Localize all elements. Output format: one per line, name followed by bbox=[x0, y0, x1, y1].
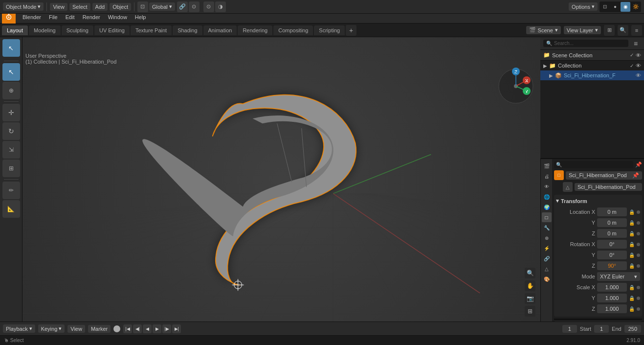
object-name-value: Sci_Fi_Hibernation_Pod bbox=[569, 172, 627, 178]
mesh-name-field[interactable]: Sci_Fi_Hibernation_Pod bbox=[575, 183, 642, 191]
tab-texture-paint[interactable]: Texture Paint bbox=[131, 25, 172, 35]
output-tab[interactable]: 🖨 bbox=[542, 171, 552, 181]
scene-collection-row[interactable]: 📁 Scene Collection ✓ 👁 bbox=[540, 50, 644, 61]
location-z-lock[interactable]: 🔒 bbox=[629, 231, 635, 236]
timeline-view-btn[interactable]: View bbox=[67, 325, 85, 333]
delta-transform-header[interactable]: ▶ Delta Transform bbox=[554, 321, 642, 322]
scale-x-lock[interactable]: 🔒 bbox=[629, 285, 635, 290]
collection-eye-1[interactable]: 👁 bbox=[636, 72, 641, 78]
rotation-mode-select[interactable]: XYZ Euler ▾ bbox=[597, 272, 640, 281]
menu-file[interactable]: File bbox=[45, 13, 62, 22]
rotation-x-value[interactable]: 0° bbox=[597, 240, 627, 249]
collection-item-1[interactable]: ▶ 📦 Sci_Fi_Hibernation_F 👁 bbox=[540, 70, 644, 80]
add-workspace-button[interactable]: + bbox=[346, 25, 356, 36]
record-button[interactable] bbox=[113, 325, 120, 332]
jump-end-btn[interactable]: ▶| bbox=[172, 324, 181, 333]
object-name-field[interactable]: Sci_Fi_Hibernation_Pod 📌 bbox=[566, 171, 642, 180]
scene-selector[interactable]: 🎬 Scene ▾ bbox=[526, 26, 561, 34]
menu-help[interactable]: Help bbox=[131, 13, 150, 22]
rotate-tool-btn[interactable]: ↻ bbox=[2, 122, 20, 140]
play-btn[interactable]: ▶ bbox=[153, 324, 161, 333]
select-tool-btn[interactable]: ↖ bbox=[2, 63, 20, 81]
menu-blender[interactable]: Blender bbox=[19, 13, 45, 22]
tab-animation[interactable]: Animation bbox=[203, 25, 237, 35]
viewport-screen-btn[interactable]: ⊞ bbox=[604, 25, 615, 36]
tab-uv-editing[interactable]: UV Editing bbox=[94, 25, 130, 35]
step-forward-btn[interactable]: |▶ bbox=[162, 324, 171, 333]
navigation-gizmo[interactable]: X Y Z bbox=[496, 67, 535, 106]
world-tab[interactable]: 🌍 bbox=[542, 202, 552, 212]
tab-shading[interactable]: Shading bbox=[173, 25, 202, 35]
active-tool-indicator: ↖ bbox=[2, 39, 20, 57]
menu-window[interactable]: Window bbox=[104, 13, 131, 22]
collection-eye-0[interactable]: 👁 bbox=[636, 63, 641, 69]
rotation-x-lock[interactable]: 🔒 bbox=[629, 242, 635, 247]
scale-tool-btn[interactable]: ⇲ bbox=[2, 141, 20, 159]
transform-tool-btn[interactable]: ⊞ bbox=[2, 160, 20, 177]
camera-btn[interactable]: 📷 bbox=[525, 293, 535, 304]
rotation-z-lock[interactable]: 🔒 bbox=[629, 263, 635, 269]
step-back-btn[interactable]: ◀| bbox=[133, 324, 142, 333]
rotation-y-lock[interactable]: 🔒 bbox=[629, 253, 635, 258]
annotate-tool-btn[interactable]: ✏ bbox=[2, 182, 20, 199]
outliner-search[interactable]: 🔍 Search... bbox=[543, 40, 628, 47]
scale-z-lock[interactable]: 🔒 bbox=[629, 306, 635, 312]
physics-tab[interactable]: ⚡ bbox=[542, 243, 552, 253]
marker-btn[interactable]: Marker bbox=[88, 325, 111, 333]
measure-tool-btn[interactable]: 📐 bbox=[2, 200, 20, 218]
location-y-value[interactable]: 0 m bbox=[597, 218, 627, 227]
scale-y-lock[interactable]: 🔒 bbox=[629, 296, 635, 301]
viewport-area[interactable]: User Perspective (1) Collection | Sci_Fi… bbox=[22, 37, 540, 322]
move-tool-btn[interactable]: ✛ bbox=[2, 104, 20, 121]
tab-layout[interactable]: Layout bbox=[2, 25, 28, 35]
scale-y-value[interactable]: 1.000 bbox=[597, 294, 627, 302]
particles-tab[interactable]: ⊕ bbox=[542, 233, 552, 243]
eye-icon[interactable]: 👁 bbox=[636, 52, 641, 58]
viewport-filter-btn[interactable]: ≡ bbox=[631, 25, 642, 36]
scene-tab[interactable]: 🌐 bbox=[542, 192, 552, 202]
zoom-in-btn[interactable]: 🔍 bbox=[525, 268, 535, 278]
collection-item-0[interactable]: ▶ 📁 Collection ✓ 👁 bbox=[540, 61, 644, 70]
render-tab[interactable]: 🎬 bbox=[542, 161, 552, 171]
outliner-filter-btn[interactable]: ≡ bbox=[630, 38, 641, 49]
view-layer-tab[interactable]: 👁 bbox=[542, 182, 552, 191]
view-layer-selector[interactable]: View Layer ▾ bbox=[564, 26, 601, 34]
tab-rendering[interactable]: Rendering bbox=[238, 25, 272, 35]
keying-btn[interactable]: Keying ▾ bbox=[38, 324, 65, 333]
jump-start-btn[interactable]: |◀ bbox=[123, 324, 132, 333]
rotation-z-value[interactable]: 90° bbox=[597, 261, 627, 270]
modifier-tab[interactable]: 🔧 bbox=[542, 223, 552, 232]
scale-x-value[interactable]: 1.000 bbox=[597, 283, 627, 292]
playback-btn[interactable]: Playback ▾ bbox=[3, 324, 35, 333]
object-tab[interactable]: □ bbox=[542, 212, 552, 222]
3d-viewport-canvas[interactable] bbox=[22, 37, 540, 322]
lock-camera-btn[interactable]: ⊞ bbox=[525, 306, 535, 317]
transform-header[interactable]: ▾ Transform bbox=[556, 197, 640, 205]
constraints-tab[interactable]: 🔗 bbox=[542, 253, 552, 263]
end-frame[interactable]: 250 bbox=[624, 325, 641, 333]
location-x-lock[interactable]: 🔒 bbox=[629, 209, 635, 215]
tab-sculpting[interactable]: Sculpting bbox=[62, 25, 93, 35]
location-y-lock[interactable]: 🔒 bbox=[629, 220, 635, 226]
tab-modeling[interactable]: Modeling bbox=[29, 25, 61, 35]
play-back-btn[interactable]: ◀ bbox=[143, 324, 152, 333]
scale-z-value[interactable]: 1.000 bbox=[597, 304, 627, 313]
location-z-value[interactable]: 0 m bbox=[597, 229, 627, 238]
props-search[interactable]: 🔍 bbox=[554, 161, 633, 168]
current-frame[interactable]: 1 bbox=[562, 325, 577, 333]
pan-btn[interactable]: ✋ bbox=[525, 280, 535, 291]
props-pin-btn[interactable]: 📌 bbox=[635, 161, 642, 168]
data-tab[interactable]: △ bbox=[542, 264, 552, 274]
viewport-search-btn[interactable]: 🔍 bbox=[618, 25, 628, 36]
tab-scripting[interactable]: Scripting bbox=[314, 25, 345, 35]
tab-compositing[interactable]: Compositing bbox=[273, 25, 313, 35]
menu-render[interactable]: Render bbox=[79, 13, 104, 22]
measure-icon: 📐 bbox=[7, 206, 15, 212]
location-x-value[interactable]: 0 m bbox=[597, 207, 627, 216]
rotate-icon: ↻ bbox=[8, 127, 14, 135]
cursor-tool-btn[interactable]: ⊕ bbox=[2, 82, 20, 99]
material-tab[interactable]: 🎨 bbox=[542, 274, 552, 284]
start-frame[interactable]: 1 bbox=[594, 325, 609, 333]
menu-edit[interactable]: Edit bbox=[62, 13, 79, 22]
rotation-y-value[interactable]: 0° bbox=[597, 251, 627, 259]
